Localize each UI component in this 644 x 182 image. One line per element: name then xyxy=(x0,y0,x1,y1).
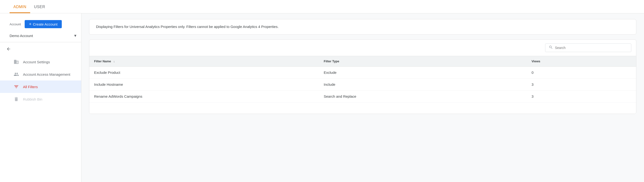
sidebar-item-rubbish-bin-label: Rubbish Bin xyxy=(23,97,42,101)
sort-icon[interactable]: ↓ xyxy=(113,60,115,63)
main-layout: Account + Create Account Demo Account ▾ xyxy=(0,13,644,182)
tab-user[interactable]: USER xyxy=(30,5,49,13)
filter-name-cell: Rename AdWords Campaigns xyxy=(89,90,319,102)
building-icon xyxy=(14,59,19,65)
create-account-label: Create Account xyxy=(33,22,58,26)
sidebar-item-account-access-management-label: Account Access Management xyxy=(23,72,70,77)
back-button[interactable] xyxy=(4,44,14,54)
top-nav: ADMIN USER xyxy=(0,0,644,13)
sidebar-item-account-settings[interactable]: Account Settings xyxy=(0,56,81,68)
trash-icon xyxy=(14,96,19,102)
filter-name-cell: Include Hostname xyxy=(89,78,319,90)
views-cell: 3 xyxy=(527,90,636,102)
table-card: Filter Name ↓ Filter Type Views Exclude … xyxy=(89,39,636,114)
column-header-filter-name: Filter Name ↓ xyxy=(89,56,319,67)
table-row[interactable]: Rename AdWords Campaigns Search and Repl… xyxy=(89,90,636,102)
table-header: Filter Name ↓ Filter Type Views xyxy=(89,56,636,67)
filter-name-cell: Exclude Product xyxy=(89,66,319,78)
account-select[interactable]: Demo Account xyxy=(10,34,72,38)
account-select-row: Demo Account ▾ xyxy=(0,32,81,42)
back-row xyxy=(0,42,81,56)
sidebar-item-account-settings-label: Account Settings xyxy=(23,60,50,64)
column-header-filter-type: Filter Type xyxy=(319,56,527,67)
sidebar-navigation: Account Settings Account Access Manageme… xyxy=(0,42,81,182)
search-box xyxy=(545,43,631,52)
info-banner: Displaying Filters for Universal Analyti… xyxy=(89,19,636,35)
plus-icon: + xyxy=(29,22,32,26)
filter-type-cell: Include xyxy=(319,78,527,90)
info-banner-text: Displaying Filters for Universal Analyti… xyxy=(96,25,279,29)
search-input[interactable] xyxy=(555,46,628,50)
create-account-button[interactable]: + Create Account xyxy=(25,20,62,28)
filters-table: Filter Name ↓ Filter Type Views Exclude … xyxy=(89,56,636,102)
views-cell: 3 xyxy=(527,78,636,90)
column-header-views: Views xyxy=(527,56,636,67)
tab-admin[interactable]: ADMIN xyxy=(10,5,30,13)
sidebar-item-rubbish-bin[interactable]: Rubbish Bin xyxy=(0,93,81,105)
table-body: Exclude Product Exclude 0 Include Hostna… xyxy=(89,66,636,102)
filter-type-cell: Exclude xyxy=(319,66,527,78)
sidebar-item-account-access-management[interactable]: Account Access Management xyxy=(0,68,81,81)
sidebar-item-all-filters-label: All Filters xyxy=(23,85,38,89)
table-row[interactable]: Include Hostname Include 3 xyxy=(89,78,636,90)
table-row[interactable]: Exclude Product Exclude 0 xyxy=(89,66,636,78)
search-icon xyxy=(549,45,553,50)
account-label: Account xyxy=(10,22,21,26)
chevron-down-icon: ▾ xyxy=(74,33,76,38)
filter-icon xyxy=(14,84,19,90)
views-cell: 0 xyxy=(527,66,636,78)
filter-type-cell: Search and Replace xyxy=(319,90,527,102)
sidebar-item-all-filters[interactable]: All Filters xyxy=(0,81,81,93)
sidebar: Account + Create Account Demo Account ▾ xyxy=(0,13,82,182)
table-toolbar xyxy=(89,40,636,56)
people-icon xyxy=(14,71,19,77)
content-area: Displaying Filters for Universal Analyti… xyxy=(82,13,644,182)
account-header: Account + Create Account xyxy=(0,18,81,32)
table-footer xyxy=(89,102,636,114)
